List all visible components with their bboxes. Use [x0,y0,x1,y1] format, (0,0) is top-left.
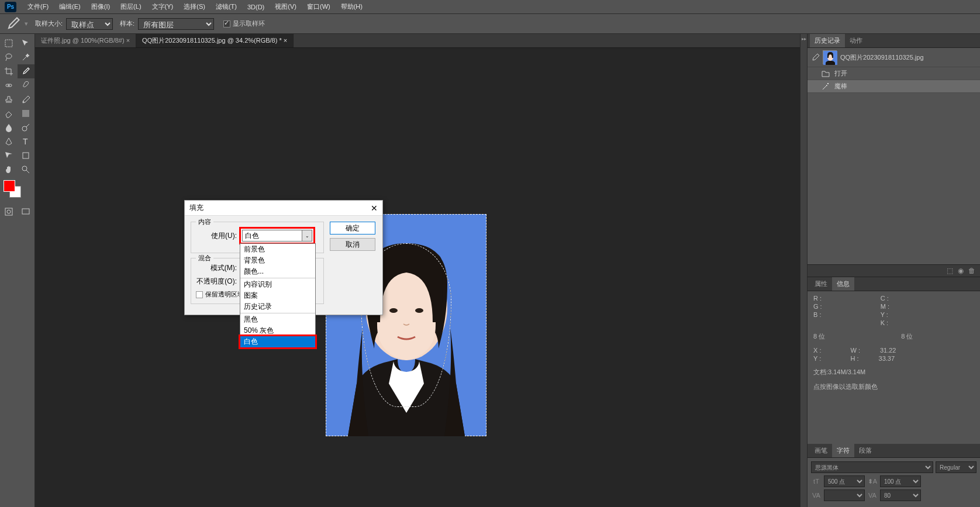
font-size-icon: tT [811,478,822,485]
eraser-tool[interactable] [0,106,18,120]
history-panel: 历史记录 动作 QQ图片20230918110325.jpg 打开 魔 [808,34,980,264]
dd-content-aware[interactable]: 内容识别 [240,279,315,290]
show-ring-checkbox[interactable] [223,20,230,27]
info-y: Y : [813,355,821,362]
menu-filter[interactable]: 滤镜(T) [211,1,242,13]
character-panel-wrapper: 画笔 字符 段落 思源黑体 Regular tT 500 点 ⬍A 100 点 … [808,444,980,507]
menu-type[interactable]: 文字(Y) [147,1,179,13]
font-style-select[interactable]: Regular [936,461,976,473]
history-brush-tool[interactable] [18,92,35,106]
svg-rect-4 [22,110,29,117]
sample-size-label: 取样大小: [35,19,63,28]
dd-separator-2 [240,313,315,313]
dialog-close-button[interactable]: ✕ [371,204,378,213]
info-h-val: 33.37 [879,355,895,362]
dd-white[interactable]: 白色 [240,336,315,347]
menu-3d[interactable]: 3D(D) [242,2,270,12]
history-item-open[interactable]: 打开 [808,67,980,80]
use-highlight: 白色 ⌄ [239,227,315,244]
marquee-tool[interactable] [0,36,18,50]
dd-background[interactable]: 背景色 [240,255,315,266]
path-tool[interactable] [0,149,18,163]
crop-tool[interactable] [0,64,18,78]
eyedropper-icon [5,17,21,31]
tab-properties[interactable]: 属性 [810,277,832,291]
tab-brush[interactable]: 画笔 [810,444,832,457]
camera-icon[interactable]: ◉ [958,267,964,275]
sample-select[interactable]: 所有图层 [138,18,214,30]
menu-layer[interactable]: 图层(L) [115,1,146,13]
cancel-button[interactable]: 取消 [330,238,375,251]
leading-select[interactable]: 100 点 [880,475,921,487]
healing-tool[interactable] [0,78,18,92]
font-family-select[interactable]: 思源黑体 [811,461,933,473]
dialog-titlebar[interactable]: 填充 ✕ [185,201,382,216]
tab-character[interactable]: 字符 [832,444,854,457]
history-item-wand[interactable]: 魔棒 [808,80,980,93]
info-w: W : [850,347,860,354]
tab-paragraph[interactable]: 段落 [854,444,877,457]
menu-view[interactable]: 视图(V) [270,1,302,13]
menu-select[interactable]: 选择(S) [178,1,211,13]
sample-size-select[interactable]: 取样点 [66,18,113,30]
history-panel-footer: ⬚ ◉ 🗑 [808,264,980,277]
panel-collapse-bar[interactable]: ▸▸ [800,34,807,507]
tab-info[interactable]: 信息 [832,277,854,291]
gradient-tool[interactable] [18,106,35,120]
type-tool[interactable]: T [18,134,35,149]
svg-text:T: T [23,137,28,146]
show-ring-label: 显示取样环 [233,19,265,28]
brush-tool[interactable] [18,78,35,92]
stamp-tool[interactable] [0,92,18,106]
info-docsize: 文档:3.14M/3.14M [813,368,974,377]
menu-image[interactable]: 图像(I) [86,1,115,13]
ok-button[interactable]: 确定 [330,222,375,234]
foreground-color[interactable] [4,180,15,192]
dodge-tool[interactable] [18,120,35,134]
info-c: C : [881,295,889,302]
color-swatches[interactable] [4,180,34,201]
doc-tab-2[interactable]: QQ图片20230918110325.jpg @ 34.2%(RGB/8) * … [136,34,294,47]
font-size-select[interactable]: 500 点 [824,475,865,487]
tab-actions[interactable]: 动作 [845,34,867,47]
menu-edit[interactable]: 编缉(E) [54,1,86,13]
sample-label: 样本: [120,19,134,28]
quick-mask-tool[interactable] [0,205,18,219]
dd-foreground[interactable]: 前景色 [240,244,315,255]
tracking-icon: VA [867,492,878,499]
options-bar: ▾ 取样大小: 取样点 样本: 所有图层 显示取样环 [0,14,980,34]
dd-white-highlight: 白色 [239,334,317,349]
tab-history[interactable]: 历史记录 [810,34,845,47]
move-tool[interactable] [18,36,35,50]
preserve-trans-checkbox[interactable] [196,291,203,298]
screen-mode-tool[interactable] [18,205,35,219]
dialog-title-text: 填充 [189,203,203,213]
history-snapshot[interactable]: QQ图片20230918110325.jpg [808,48,980,67]
lasso-tool[interactable] [0,50,18,64]
svg-rect-9 [5,208,12,215]
info-b: B : [813,311,822,318]
shape-tool[interactable] [18,149,35,163]
zoom-tool[interactable] [18,163,35,177]
hand-tool[interactable] [0,163,18,177]
kerning-select[interactable] [824,489,865,501]
snapshot-icon[interactable]: ⬚ [947,267,953,275]
trash-icon[interactable]: 🗑 [968,267,975,275]
menu-file[interactable]: 文件(F) [22,1,54,13]
menu-help[interactable]: 帮助(H) [336,1,368,13]
use-dropdown-list: 前景色 背景色 颜色... 内容识别 图案 历史记录 黑色 50% 灰色 白色 [240,243,316,348]
dd-black[interactable]: 黑色 [240,314,315,325]
tracking-select[interactable]: 80 [880,489,921,501]
dd-pattern[interactable]: 图案 [240,290,315,301]
history-doc-name: QQ图片20230918110325.jpg [840,53,924,62]
eyedropper-tool[interactable] [18,64,35,78]
dd-history[interactable]: 历史记录 [240,301,315,312]
wand-tool[interactable] [18,50,35,64]
pen-tool[interactable] [0,134,18,149]
use-dropdown[interactable]: 白色 ⌄ [242,230,312,242]
doc-tab-1[interactable]: 证件照.jpg @ 100%(RGB/8#) × [35,34,136,47]
info-bit1: 8 位 [813,332,825,341]
menu-window[interactable]: 窗口(W) [302,1,336,13]
blur-tool[interactable] [0,120,18,134]
dd-color[interactable]: 颜色... [240,266,315,277]
